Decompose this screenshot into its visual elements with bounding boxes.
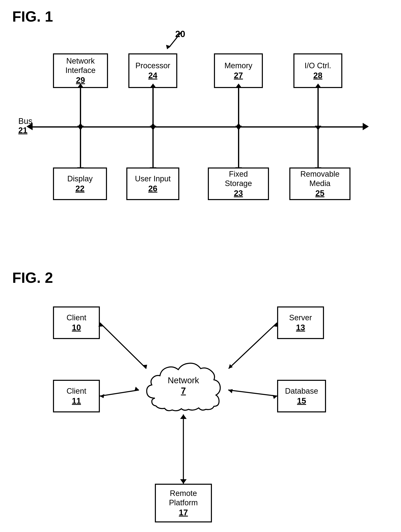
fig2-section: FIG. 2 Client 10 Server 13 Client 11 Dat… [12,269,389,532]
box-database15: Database 15 [277,380,326,412]
box-user-input: User Input 26 [126,167,179,200]
box-client10: Client 10 [53,306,100,339]
svg-line-8 [100,390,139,396]
arrow-removable-media [318,127,319,167]
svg-marker-12 [273,395,277,399]
fig1-section: FIG. 1 20 NetworkInterface 29 Processor … [12,8,389,253]
arrow-memory [238,88,239,126]
fig2-label: FIG. 2 [12,269,389,286]
box-network-interface: NetworkInterface 29 [53,53,108,88]
box-client11: Client 11 [53,380,100,412]
svg-marker-10 [134,387,139,391]
box-display: Display 22 [53,167,107,200]
box-remote-platform: RemotePlatform 17 [155,484,212,522]
cloud-network: Network 7 [139,357,228,414]
arrow-processor [153,88,154,126]
svg-marker-16 [180,414,187,419]
arrow-display [80,127,81,167]
box-processor: Processor 24 [128,53,177,88]
bus-label: Bus 21 [18,117,32,135]
system-arrow [165,31,190,51]
svg-marker-13 [228,389,233,393]
svg-marker-6 [229,364,233,369]
svg-marker-15 [180,479,187,484]
box-server13: Server 13 [277,306,324,339]
arrow-io-ctrl [318,88,319,126]
box-removable-media: RemovableMedia 25 [289,167,350,200]
fig1-diagram: 20 NetworkInterface 29 Processor 24 Memo… [12,29,379,253]
svg-line-11 [228,390,277,396]
arrow-network-interface [80,88,81,126]
arrow-fixed-storage [238,127,239,167]
svg-marker-9 [100,394,104,398]
arrow-user-input [153,127,154,167]
box-fixed-storage: FixedStorage 23 [208,167,269,200]
network-cloud-text: Network 7 [168,375,199,396]
fig2-diagram: Client 10 Server 13 Client 11 Database 1… [12,290,379,532]
svg-line-5 [229,323,277,369]
fig1-label: FIG. 1 [12,8,389,25]
box-io-ctrl: I/O Ctrl. 28 [293,53,342,88]
svg-line-0 [169,32,181,47]
box-memory: Memory 27 [214,53,263,88]
bus-arrow-right [363,123,369,130]
